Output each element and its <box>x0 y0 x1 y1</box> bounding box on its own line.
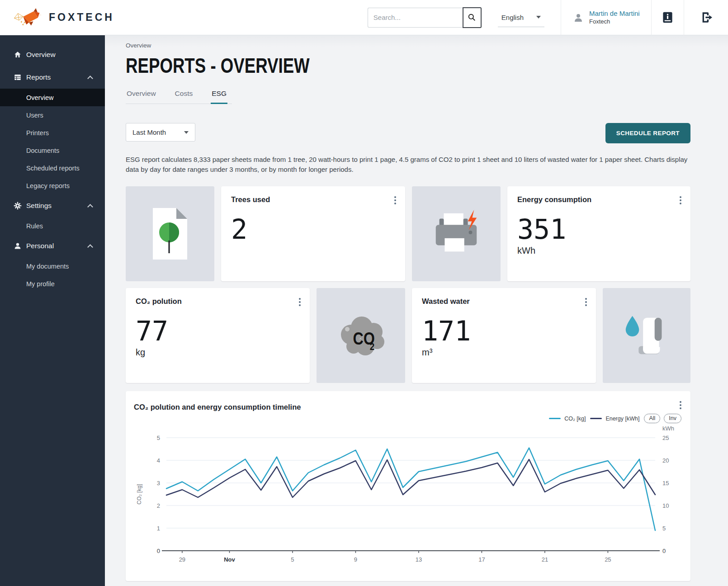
search-input[interactable] <box>368 8 463 28</box>
sidebar-section-settings[interactable]: Settings <box>0 194 105 217</box>
energy-consumption-card: Energy consumption 351 kWh <box>507 186 690 281</box>
co2-value: 77 <box>136 317 300 345</box>
co2-line-swatch <box>549 418 561 419</box>
user-organization: Foxtech <box>589 18 640 26</box>
energy-value: 351 <box>517 216 681 243</box>
breadcrumb[interactable]: Overview <box>126 42 728 49</box>
tree-paper-icon <box>147 204 193 264</box>
search-button[interactable] <box>463 7 482 28</box>
svg-text:0: 0 <box>157 547 160 554</box>
sidebar-item-overview[interactable]: Overview <box>0 43 105 66</box>
brand-logo[interactable]: FOXTECH <box>0 6 114 29</box>
sidebar-item-reports-overview[interactable]: Overview <box>0 89 105 106</box>
sidebar-item-my-documents[interactable]: My documents <box>0 257 105 275</box>
water-unit: m³ <box>422 347 586 358</box>
svg-text:2: 2 <box>157 502 160 509</box>
card-title: Trees used <box>231 195 395 204</box>
reports-icon <box>14 73 22 81</box>
card-title: Energy consumption <box>517 195 681 204</box>
kebab-menu-icon[interactable] <box>297 296 303 308</box>
help-guide-button[interactable] <box>651 0 684 35</box>
svg-text:1: 1 <box>157 525 160 531</box>
search-bar <box>368 7 482 28</box>
svg-text:10: 10 <box>662 502 669 509</box>
svg-text:kWh: kWh <box>662 425 674 432</box>
logout-button[interactable] <box>684 0 728 35</box>
schedule-report-button[interactable]: SCHEDULE REPORT <box>605 123 690 143</box>
sidebar-nav: Overview Reports Overview Users Printers… <box>0 35 105 586</box>
kebab-menu-icon[interactable] <box>678 399 683 411</box>
timeline-chart-card: CO₂ polution and energy consumption time… <box>126 391 690 581</box>
fox-logo-icon <box>13 6 44 29</box>
info-book-icon <box>662 11 674 24</box>
sidebar-item-legacy-reports[interactable]: Legacy reports <box>0 177 105 194</box>
search-icon <box>468 14 476 21</box>
chevron-up-icon <box>87 76 93 81</box>
printer-energy-icon <box>430 207 483 260</box>
svg-text:2: 2 <box>370 341 374 352</box>
kebab-menu-icon[interactable] <box>583 296 589 308</box>
filter-pill-all[interactable]: All <box>644 414 660 423</box>
svg-text:25: 25 <box>605 556 611 563</box>
trees-icon-tile <box>126 186 214 281</box>
wasted-water-card: Wasted water 171 m³ <box>412 288 596 383</box>
tab-costs[interactable]: Costs <box>174 90 194 104</box>
user-menu[interactable]: Martin de Martini Foxtech <box>561 0 651 35</box>
logout-icon <box>700 11 712 24</box>
chevron-down-icon <box>184 131 189 134</box>
co2-polution-card: CO₂ polution 77 kg <box>126 288 310 383</box>
co2-unit: kg <box>136 347 300 358</box>
sidebar-item-printers[interactable]: Printers <box>0 124 105 142</box>
esg-description: ESG report calculates 8,333 paper sheets… <box>126 155 690 175</box>
sidebar-item-rules[interactable]: Rules <box>0 217 105 235</box>
sidebar-item-documents[interactable]: Documents <box>0 142 105 159</box>
kebab-menu-icon[interactable] <box>678 194 683 206</box>
energy-unit: kWh <box>517 246 681 256</box>
user-icon <box>573 12 584 23</box>
page-title: REPORTS - OVERVIEW <box>126 53 310 78</box>
report-tabs: Overview Costs ESG <box>126 90 232 104</box>
svg-text:29: 29 <box>179 556 185 563</box>
card-title: Wasted water <box>422 297 586 306</box>
svg-text:5: 5 <box>291 556 294 563</box>
user-name: Martin de Martini <box>589 9 640 18</box>
svg-text:15: 15 <box>662 479 669 486</box>
svg-text:25: 25 <box>662 434 669 441</box>
sidebar-section-reports[interactable]: Reports <box>0 66 105 89</box>
kebab-menu-icon[interactable] <box>392 194 398 206</box>
sidebar-item-users[interactable]: Users <box>0 106 105 124</box>
chevron-up-icon <box>87 244 93 250</box>
app-header: FOXTECH English Martin de Martini Foxtec… <box>0 0 728 35</box>
brand-name: FOXTECH <box>49 11 114 24</box>
legend-co2[interactable]: CO₂ [kg] <box>549 416 586 422</box>
sidebar-item-my-profile[interactable]: My profile <box>0 275 105 293</box>
water-icon-tile <box>603 288 690 383</box>
tab-esg[interactable]: ESG <box>211 90 227 104</box>
sidebar-section-personal[interactable]: Personal <box>0 235 105 257</box>
legend-energy[interactable]: Energy [kWh] <box>590 416 639 422</box>
date-range-select[interactable]: Last Month <box>126 123 195 142</box>
trees-used-card: Trees used 2 <box>221 186 405 281</box>
svg-text:Nov: Nov <box>224 556 235 563</box>
home-icon <box>14 51 22 59</box>
water-value: 171 <box>422 317 586 345</box>
svg-text:13: 13 <box>416 556 422 563</box>
card-title: CO₂ polution <box>136 297 300 306</box>
chart-title: CO₂ polution and energy consumption time… <box>134 403 682 411</box>
svg-text:17: 17 <box>478 556 485 563</box>
svg-text:4: 4 <box>157 457 160 463</box>
timeline-chart: 0123450510152025kWhCO₂ [kg]29Nov59131721… <box>134 424 682 574</box>
svg-text:CO₂ [kg]: CO₂ [kg] <box>136 484 142 504</box>
chart-legend: CO₂ [kg] Energy [kWh] All Inv <box>134 413 682 424</box>
chevron-up-icon <box>87 204 93 210</box>
svg-text:0: 0 <box>662 547 666 554</box>
language-select[interactable]: English <box>498 14 544 27</box>
water-paper-icon <box>620 309 673 362</box>
person-icon <box>14 242 22 250</box>
co2-icon-tile: CO 2 <box>317 288 405 383</box>
tab-overview[interactable]: Overview <box>126 90 157 104</box>
filter-pill-inv[interactable]: Inv <box>664 414 681 423</box>
main-content: Overview REPORTS - OVERVIEW Overview Cos… <box>105 35 728 586</box>
sidebar-item-scheduled-reports[interactable]: Scheduled reports <box>0 159 105 177</box>
svg-text:9: 9 <box>354 556 357 563</box>
